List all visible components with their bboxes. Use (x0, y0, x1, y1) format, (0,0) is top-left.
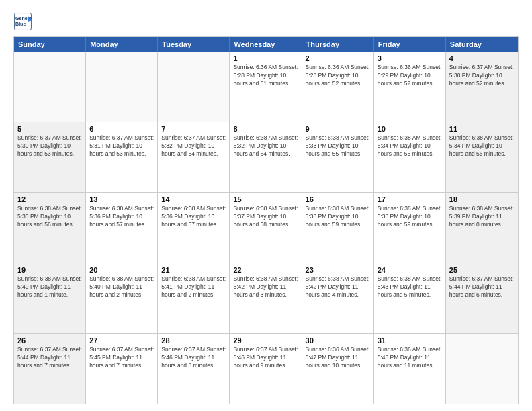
day-info: Sunrise: 6:36 AM Sunset: 5:48 PM Dayligh… (378, 346, 442, 370)
day-info: Sunrise: 6:38 AM Sunset: 5:36 PM Dayligh… (89, 205, 154, 229)
day-number: 19 (17, 266, 82, 274)
day-number: 29 (233, 336, 298, 345)
day-number: 11 (449, 125, 515, 133)
day-number: 5 (17, 125, 82, 133)
cal-cell-w1-d4: 1Sunrise: 6:36 AM Sunset: 5:28 PM Daylig… (230, 52, 302, 122)
cal-cell-w5-d7 (446, 334, 518, 404)
day-info: Sunrise: 6:37 AM Sunset: 5:46 PM Dayligh… (233, 346, 298, 370)
day-number: 8 (233, 125, 298, 133)
day-number: 1 (233, 54, 298, 62)
day-number: 26 (17, 336, 82, 345)
day-info: Sunrise: 6:38 AM Sunset: 5:37 PM Dayligh… (233, 205, 298, 229)
cal-cell-w1-d6: 3Sunrise: 6:36 AM Sunset: 5:29 PM Daylig… (374, 52, 446, 122)
day-number: 25 (449, 266, 515, 274)
day-info: Sunrise: 6:37 AM Sunset: 5:44 PM Dayligh… (449, 275, 515, 300)
day-info: Sunrise: 6:38 AM Sunset: 5:40 PM Dayligh… (89, 275, 154, 300)
day-number: 28 (161, 336, 226, 345)
cal-cell-w5-d4: 29Sunrise: 6:37 AM Sunset: 5:46 PM Dayli… (230, 334, 302, 404)
cal-cell-w1-d3 (158, 52, 230, 122)
cal-cell-w2-d2: 6Sunrise: 6:37 AM Sunset: 5:31 PM Daylig… (86, 122, 158, 192)
cal-cell-w1-d7: 4Sunrise: 6:37 AM Sunset: 5:30 PM Daylig… (446, 52, 518, 122)
cal-cell-w2-d6: 10Sunrise: 6:38 AM Sunset: 5:34 PM Dayli… (374, 122, 446, 192)
day-number: 14 (161, 195, 226, 203)
day-info: Sunrise: 6:38 AM Sunset: 5:41 PM Dayligh… (161, 275, 226, 300)
day-number: 15 (233, 195, 298, 203)
cal-week-3: 12Sunrise: 6:38 AM Sunset: 5:35 PM Dayli… (14, 193, 518, 263)
cal-cell-w3-d4: 15Sunrise: 6:38 AM Sunset: 5:37 PM Dayli… (230, 193, 302, 263)
cal-week-5: 26Sunrise: 6:37 AM Sunset: 5:44 PM Dayli… (14, 334, 518, 404)
day-info: Sunrise: 6:38 AM Sunset: 5:36 PM Dayligh… (161, 205, 226, 229)
day-info: Sunrise: 6:38 AM Sunset: 5:38 PM Dayligh… (306, 205, 370, 229)
cal-cell-w3-d2: 13Sunrise: 6:38 AM Sunset: 5:36 PM Dayli… (86, 193, 158, 263)
day-number: 13 (89, 195, 154, 203)
logo: General Blue (13, 12, 35, 31)
calendar: SundayMondayTuesdayWednesdayThursdayFrid… (13, 36, 519, 404)
cal-header-saturday: Saturday (446, 37, 518, 52)
day-number: 24 (378, 266, 442, 274)
cal-cell-w3-d7: 18Sunrise: 6:38 AM Sunset: 5:39 PM Dayli… (446, 193, 518, 263)
cal-week-4: 19Sunrise: 6:38 AM Sunset: 5:40 PM Dayli… (14, 263, 518, 334)
day-number: 20 (89, 266, 154, 274)
cal-cell-w5-d1: 26Sunrise: 6:37 AM Sunset: 5:44 PM Dayli… (14, 334, 86, 404)
day-info: Sunrise: 6:38 AM Sunset: 5:39 PM Dayligh… (449, 205, 515, 229)
cal-header-tuesday: Tuesday (158, 37, 230, 52)
day-number: 21 (161, 266, 226, 274)
day-number: 4 (449, 54, 515, 62)
cal-cell-w5-d6: 31Sunrise: 6:36 AM Sunset: 5:48 PM Dayli… (374, 334, 446, 404)
day-info: Sunrise: 6:38 AM Sunset: 5:34 PM Dayligh… (449, 134, 515, 158)
cal-cell-w3-d5: 16Sunrise: 6:38 AM Sunset: 5:38 PM Dayli… (302, 193, 374, 263)
cal-cell-w4-d4: 22Sunrise: 6:38 AM Sunset: 5:42 PM Dayli… (230, 263, 302, 333)
cal-cell-w1-d1 (14, 52, 86, 122)
day-number: 30 (306, 336, 370, 345)
cal-cell-w4-d7: 25Sunrise: 6:37 AM Sunset: 5:44 PM Dayli… (446, 263, 518, 333)
cal-header-monday: Monday (86, 37, 158, 52)
day-info: Sunrise: 6:38 AM Sunset: 5:34 PM Dayligh… (378, 134, 442, 158)
cal-header-thursday: Thursday (302, 37, 374, 52)
cal-cell-w5-d2: 27Sunrise: 6:37 AM Sunset: 5:45 PM Dayli… (86, 334, 158, 404)
cal-cell-w3-d1: 12Sunrise: 6:38 AM Sunset: 5:35 PM Dayli… (14, 193, 86, 263)
day-number: 23 (306, 266, 370, 274)
day-info: Sunrise: 6:36 AM Sunset: 5:28 PM Dayligh… (306, 64, 370, 88)
day-number: 2 (306, 54, 370, 62)
cal-cell-w5-d5: 30Sunrise: 6:36 AM Sunset: 5:47 PM Dayli… (302, 334, 374, 404)
calendar-body: 1Sunrise: 6:36 AM Sunset: 5:28 PM Daylig… (14, 52, 518, 404)
cal-cell-w2-d4: 8Sunrise: 6:38 AM Sunset: 5:32 PM Daylig… (230, 122, 302, 192)
day-info: Sunrise: 6:37 AM Sunset: 5:30 PM Dayligh… (17, 134, 82, 158)
day-info: Sunrise: 6:38 AM Sunset: 5:42 PM Dayligh… (306, 275, 370, 300)
cal-cell-w4-d6: 24Sunrise: 6:38 AM Sunset: 5:43 PM Dayli… (374, 263, 446, 333)
day-info: Sunrise: 6:38 AM Sunset: 5:33 PM Dayligh… (306, 134, 370, 158)
cal-week-2: 5Sunrise: 6:37 AM Sunset: 5:30 PM Daylig… (14, 122, 518, 193)
day-info: Sunrise: 6:37 AM Sunset: 5:31 PM Dayligh… (89, 134, 154, 158)
cal-header-wednesday: Wednesday (230, 37, 302, 52)
cal-week-1: 1Sunrise: 6:36 AM Sunset: 5:28 PM Daylig… (14, 52, 518, 122)
day-info: Sunrise: 6:37 AM Sunset: 5:45 PM Dayligh… (89, 346, 154, 370)
calendar-header-row: SundayMondayTuesdayWednesdayThursdayFrid… (14, 37, 518, 52)
logo-icon: General Blue (13, 12, 32, 31)
cal-cell-w3-d6: 17Sunrise: 6:38 AM Sunset: 5:38 PM Dayli… (374, 193, 446, 263)
day-info: Sunrise: 6:38 AM Sunset: 5:32 PM Dayligh… (233, 134, 298, 158)
header: General Blue (13, 12, 519, 31)
day-info: Sunrise: 6:38 AM Sunset: 5:42 PM Dayligh… (233, 275, 298, 300)
day-number: 3 (378, 54, 442, 62)
day-info: Sunrise: 6:37 AM Sunset: 5:32 PM Dayligh… (161, 134, 226, 158)
day-info: Sunrise: 6:38 AM Sunset: 5:43 PM Dayligh… (378, 275, 442, 300)
cal-cell-w2-d1: 5Sunrise: 6:37 AM Sunset: 5:30 PM Daylig… (14, 122, 86, 192)
cal-cell-w4-d2: 20Sunrise: 6:38 AM Sunset: 5:40 PM Dayli… (86, 263, 158, 333)
day-info: Sunrise: 6:37 AM Sunset: 5:46 PM Dayligh… (161, 346, 226, 370)
day-number: 27 (89, 336, 154, 345)
day-number: 22 (233, 266, 298, 274)
day-info: Sunrise: 6:36 AM Sunset: 5:47 PM Dayligh… (306, 346, 370, 370)
day-number: 6 (89, 125, 154, 133)
cal-cell-w1-d2 (86, 52, 158, 122)
cal-header-friday: Friday (374, 37, 446, 52)
cal-cell-w5-d3: 28Sunrise: 6:37 AM Sunset: 5:46 PM Dayli… (158, 334, 230, 404)
day-info: Sunrise: 6:38 AM Sunset: 5:38 PM Dayligh… (378, 205, 442, 229)
day-number: 12 (17, 195, 82, 203)
day-info: Sunrise: 6:36 AM Sunset: 5:28 PM Dayligh… (233, 64, 298, 88)
day-number: 7 (161, 125, 226, 133)
day-number: 10 (378, 125, 442, 133)
day-number: 9 (306, 125, 370, 133)
cal-cell-w1-d5: 2Sunrise: 6:36 AM Sunset: 5:28 PM Daylig… (302, 52, 374, 122)
page: General Blue SundayMondayTuesdayWednesda… (0, 0, 532, 411)
cal-cell-w3-d3: 14Sunrise: 6:38 AM Sunset: 5:36 PM Dayli… (158, 193, 230, 263)
